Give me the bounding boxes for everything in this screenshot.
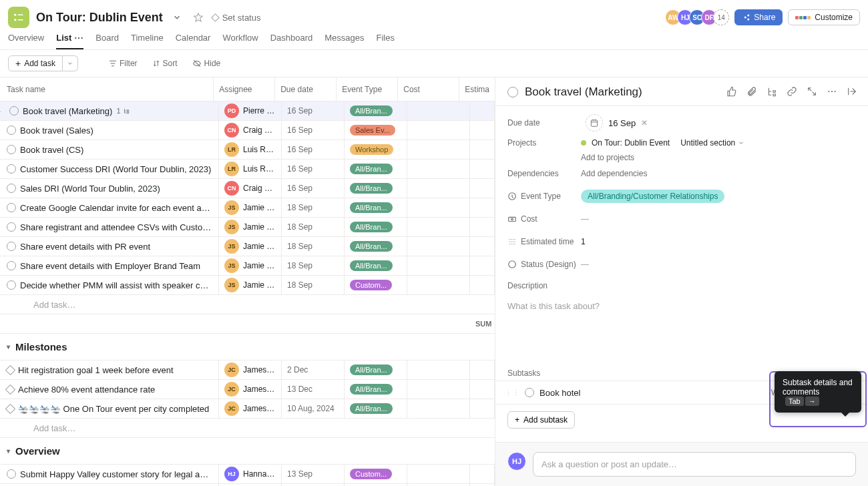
- estimate-cell[interactable]: [470, 256, 495, 275]
- project-menu-chevron[interactable]: [170, 10, 184, 25]
- sort-button[interactable]: Sort: [148, 56, 182, 71]
- task-row[interactable]: Decide whether PMM will assist with spea…: [0, 276, 495, 295]
- project-name[interactable]: On Tour: Dublin Event: [592, 138, 670, 148]
- filter-button[interactable]: Filter: [105, 56, 142, 71]
- task-name[interactable]: Share event details with Employer Brand …: [20, 261, 200, 271]
- estimate-cell[interactable]: [470, 237, 495, 256]
- event-type-pill[interactable]: Sales Ev...: [350, 125, 395, 136]
- milestone-check[interactable]: [5, 384, 16, 395]
- tab-files[interactable]: Files: [377, 33, 395, 49]
- like-icon[interactable]: [726, 86, 737, 99]
- due-cell[interactable]: 18 Sep: [282, 256, 345, 275]
- close-panel-icon[interactable]: [847, 86, 857, 99]
- star-icon[interactable]: [191, 10, 206, 25]
- task-name[interactable]: Hit registration goal 1 week before even…: [18, 365, 174, 375]
- col-due[interactable]: Due date: [275, 77, 337, 101]
- task-name[interactable]: Customer Success DRI (World Tour Dublin,…: [20, 164, 211, 174]
- task-detail-title[interactable]: Book travel (Marketing): [525, 85, 720, 99]
- task-row[interactable]: 🛬🛬🛬🛬 One On Tour event per city complete…: [0, 399, 495, 419]
- event-type-pill[interactable]: All/Bran...: [350, 260, 393, 271]
- task-row[interactable]: Share event details with Employer Brand …: [0, 256, 495, 276]
- task-row[interactable]: Create Google Calendar invite for each e…: [0, 198, 495, 218]
- estimate-cell[interactable]: [470, 399, 495, 418]
- event-type-pill[interactable]: All/Bran...: [350, 384, 393, 395]
- task-check[interactable]: [7, 280, 16, 290]
- task-name[interactable]: Create Google Calendar invite for each e…: [20, 203, 213, 213]
- task-check[interactable]: [7, 242, 16, 251]
- estimate-cell[interactable]: [470, 198, 495, 217]
- cost-cell[interactable]: [407, 140, 470, 159]
- col-assignee[interactable]: Assignee: [214, 77, 275, 101]
- cost-cell[interactable]: [407, 101, 470, 120]
- cost-cell[interactable]: [407, 218, 470, 236]
- tab-overview[interactable]: Overview: [8, 33, 44, 49]
- assignee-avatar[interactable]: JS: [224, 200, 239, 215]
- customize-button[interactable]: Customize: [788, 9, 860, 25]
- event-type-pill[interactable]: Custom...: [350, 280, 392, 290]
- cost-cell[interactable]: [407, 179, 470, 198]
- event-type-value[interactable]: All/Branding/Customer Relationships: [581, 190, 724, 203]
- tab-timeline[interactable]: Timeline: [131, 33, 164, 49]
- task-row[interactable]: ▸Book travel (Marketing)1 PDPierre Dayon…: [0, 101, 495, 121]
- event-type-pill[interactable]: Custom...: [350, 469, 392, 479]
- due-cell[interactable]: 10 Aug, 2024: [282, 399, 345, 418]
- cost-value[interactable]: —: [581, 214, 856, 224]
- task-row[interactable]: Share event details with PR eventJSJamie…: [0, 237, 495, 256]
- task-row[interactable]: Hit registration goal 1 week before even…: [0, 360, 495, 380]
- add-dependencies-link[interactable]: Add dependencies: [581, 169, 647, 178]
- col-cost[interactable]: Cost: [398, 77, 459, 101]
- due-cell[interactable]: 16 Sep: [282, 101, 345, 120]
- estimate-cell[interactable]: [470, 140, 495, 159]
- task-row[interactable]: Sales DRI (World Tour Dublin, 2023)CNCra…: [0, 179, 495, 198]
- complete-task-check[interactable]: [507, 87, 518, 97]
- cost-cell[interactable]: [407, 121, 470, 140]
- col-task[interactable]: Task name: [0, 77, 214, 101]
- due-cell[interactable]: 2 Dec: [282, 360, 345, 379]
- chevron-down-icon[interactable]: ▾: [7, 343, 10, 350]
- description-input[interactable]: What is this task about?: [495, 290, 868, 364]
- due-cell[interactable]: 13 Dec: [282, 380, 345, 399]
- due-cell[interactable]: 13 Sep: [282, 465, 345, 483]
- task-check[interactable]: [7, 145, 16, 154]
- task-check[interactable]: [7, 203, 16, 212]
- event-type-pill[interactable]: All/Bran...: [350, 105, 393, 116]
- task-row[interactable]: Customer Success DRI (World Tour Dublin,…: [0, 160, 495, 179]
- event-type-pill[interactable]: All/Bran...: [350, 183, 393, 194]
- task-name[interactable]: Book travel (CS): [20, 145, 83, 155]
- due-cell[interactable]: 18 Sep: [282, 237, 345, 256]
- event-type-pill[interactable]: All/Bran...: [350, 202, 393, 213]
- event-type-pill[interactable]: All/Bran...: [350, 241, 393, 252]
- task-row[interactable]: Book travel (CS)LRLuis Ramirez16 SepWork…: [0, 140, 495, 160]
- task-name[interactable]: Book travel (Sales): [20, 126, 93, 136]
- add-task-dropdown[interactable]: [63, 55, 78, 71]
- cost-cell[interactable]: [407, 237, 470, 256]
- due-cell[interactable]: 16 Sep: [282, 179, 345, 198]
- add-task-button[interactable]: +Add task: [8, 55, 63, 71]
- task-name[interactable]: Book travel (Marketing): [23, 106, 112, 116]
- estimate-cell[interactable]: [470, 380, 495, 399]
- subtask-icon[interactable]: [767, 86, 777, 99]
- project-section-select[interactable]: Untitled section: [680, 138, 744, 148]
- event-type-pill[interactable]: All/Bran...: [350, 164, 393, 174]
- cost-cell[interactable]: [407, 198, 470, 217]
- estimated-time-value[interactable]: 1: [581, 237, 856, 246]
- task-name[interactable]: Share registrant and attendee CSVs with …: [20, 222, 213, 232]
- task-name[interactable]: 🛬🛬🛬🛬 One On Tour event per city complete…: [18, 404, 209, 414]
- event-type-pill[interactable]: All/Bran...: [350, 364, 393, 375]
- tab-dashboard[interactable]: Dashboard: [270, 33, 313, 49]
- add-to-projects-link[interactable]: Add to projects: [581, 153, 634, 162]
- task-row[interactable]: Book travel (Sales)CNCraig Nells16 SepSa…: [0, 121, 495, 140]
- due-cell[interactable]: 18 Sep: [282, 198, 345, 217]
- task-name[interactable]: Decide whether PMM will assist with spea…: [20, 280, 213, 290]
- assignee-avatar[interactable]: JS: [224, 278, 239, 292]
- section-header[interactable]: ▾Milestones: [0, 334, 495, 360]
- task-check[interactable]: [7, 126, 16, 135]
- project-title[interactable]: On Tour: Dublin Event: [36, 11, 163, 25]
- tab-workflow[interactable]: Workflow: [222, 33, 258, 49]
- event-type-pill[interactable]: Workshop: [350, 144, 393, 155]
- expand-icon[interactable]: ▸: [0, 107, 5, 115]
- cost-cell[interactable]: [407, 276, 470, 294]
- task-check[interactable]: [9, 106, 19, 115]
- assignee-avatar[interactable]: JS: [224, 239, 239, 254]
- task-check[interactable]: [7, 222, 16, 232]
